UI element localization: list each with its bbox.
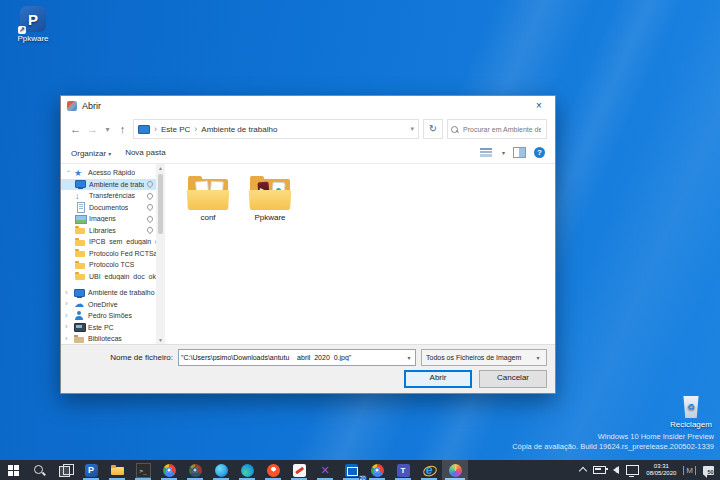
search-input[interactable] [461,125,543,134]
sidebar-item[interactable]: Ambiente de trabalho [61,179,156,191]
notifications-icon[interactable]: 50 [703,466,714,475]
forward-button[interactable]: → [86,123,99,135]
edge-dev-button[interactable] [234,460,260,480]
paint-button[interactable] [286,460,312,480]
start-icon [8,465,19,476]
sidebar-item[interactable]: ›Este PC [61,322,156,334]
filename-dropdown-icon[interactable]: ▾ [403,354,415,361]
desktop-icon-ppkware[interactable]: P ↗ Ppkware [6,6,60,43]
refresh-button[interactable]: ↻ [423,119,443,139]
battery-icon[interactable] [593,466,606,474]
chrome-dev-button[interactable] [182,460,208,480]
sidebar-item-label: Protocolo TCS [89,261,134,268]
breadcrumb-este-pc[interactable]: Este PC [161,125,190,134]
expander-icon[interactable]: › [65,335,71,343]
sidebar-item[interactable]: Documentos [61,202,156,214]
shortcut-arrow-icon: ↗ [18,26,26,34]
preview-pane-icon[interactable] [513,147,526,158]
file-explorer-button[interactable] [104,460,130,480]
filename-input[interactable] [179,354,403,361]
file-explorer-icon [111,464,124,477]
organize-button[interactable]: Organizar▾ [71,148,111,158]
help-icon[interactable]: ? [534,147,545,158]
open-button[interactable]: Abrir [404,370,472,388]
expander-icon[interactable]: › [64,170,72,176]
terminal-icon: >_ [136,463,151,478]
view-mode-icon[interactable] [480,148,492,157]
pin-icon [146,203,154,211]
terminal-button[interactable]: >_ [130,460,156,480]
sidebar-item[interactable]: Libraries [61,225,156,237]
sidebar-scrollbar[interactable]: ▲ ▼ [156,164,165,344]
expander-icon[interactable]: › [65,312,71,320]
sidebar-item-label: Transferências [89,192,135,199]
folder-icon [247,176,293,210]
dialog-titlebar[interactable]: Abrir × [61,96,555,116]
ppkware-app-icon: P ↗ [20,6,46,32]
photos-button[interactable] [442,460,468,480]
sidebar-item[interactable]: Protocolo TCS [61,259,156,271]
breadcrumb-dropdown-icon[interactable]: ▾ [410,125,414,133]
back-button[interactable]: ← [69,123,82,135]
sidebar-item-label: Ambiente de trabalho [88,289,155,296]
filename-combobox[interactable]: ▾ [178,349,416,366]
new-folder-button[interactable]: Nova pasta [125,148,165,157]
sidebar-item[interactable]: Protocolo Fed RCTSaai [61,248,156,260]
filetype-select[interactable]: Todos os Ficheiros de Imagem ▾ [421,349,547,366]
search-box[interactable] [447,119,547,139]
sidebar-item[interactable]: ›Bibliotecas [61,333,156,344]
task-view-button[interactable] [52,460,78,480]
mail-button[interactable]: 20 [338,460,364,480]
chrome-2-icon [371,464,384,477]
file-item[interactable]: conf [179,176,237,222]
sidebar-item[interactable]: Transferências [61,190,156,202]
expander-icon[interactable]: › [65,289,71,297]
sidebar-item[interactable]: ›OneDrive [61,299,156,311]
expander-icon[interactable]: › [65,323,71,331]
sidebar-item[interactable]: ›Ambiente de trabalho [61,287,156,299]
breadcrumb[interactable]: › Este PC › Ambiente de trabalho ▾ [133,119,419,139]
search-button[interactable] [26,460,52,480]
sidebar-item-label: Acesso Rápido [88,169,135,176]
sidebar-item[interactable]: IPCB_sem_edugain_doc_ok [61,236,156,248]
volume-icon[interactable] [613,466,619,474]
mail-icon [345,464,358,477]
internet-explorer-button[interactable]: e [416,460,442,480]
sidebar-item[interactable]: Imagens [61,213,156,225]
dialog-navbar: ← → ▾ ↑ › Este PC › Ambiente de trabalho… [61,116,555,142]
windows-watermark: Windows 10 Home Insider Preview Cópia de… [512,432,714,452]
ppkware-button[interactable]: P [78,460,104,480]
scroll-down-icon[interactable]: ▼ [158,336,163,344]
view-mode-dropdown-icon[interactable]: ▾ [502,149,505,156]
expander-icon[interactable]: › [65,300,71,308]
teams-button[interactable]: T [390,460,416,480]
desktop-icon-recycle-bin[interactable]: ♻ Reciclagem [664,396,718,429]
file-item[interactable]: Ppkware [241,176,299,222]
history-dropdown[interactable]: ▾ [103,125,112,134]
brave-button[interactable] [260,460,286,480]
chrome-button[interactable] [156,460,182,480]
start-button[interactable] [0,460,26,480]
chrome-2-button[interactable] [364,460,390,480]
sidebar-item[interactable]: ›Acesso Rápido [61,167,156,179]
sidebar-item[interactable]: UBI_edugain_doc_ok [61,271,156,283]
location-icon [138,125,150,134]
filetype-value: Todos os Ficheiros de Imagem [426,354,521,361]
visual-studio-button[interactable]: ✕ [312,460,338,480]
sidebar-item[interactable]: ›Pedro Simões [61,310,156,322]
scroll-up-icon[interactable]: ▲ [158,164,163,172]
scrollbar-thumb[interactable] [158,174,163,234]
input-indicator[interactable]: M [683,466,696,475]
breadcrumb-current[interactable]: Ambiente de trabalho [201,125,277,134]
close-button[interactable]: × [527,98,551,114]
up-button[interactable]: ↑ [116,123,129,135]
clock[interactable]: 03:31 08/05/2020 [646,463,676,477]
network-icon[interactable] [626,465,639,475]
cancel-button[interactable]: Cancelar [479,370,547,388]
task-view-icon [59,464,72,477]
tray-chevron-up-icon[interactable] [579,467,587,475]
edge-button[interactable] [208,460,234,480]
download-icon [75,191,86,201]
sidebar-item-label: Bibliotecas [88,335,122,342]
watermark-line1: Windows 10 Home Insider Preview [512,432,714,442]
